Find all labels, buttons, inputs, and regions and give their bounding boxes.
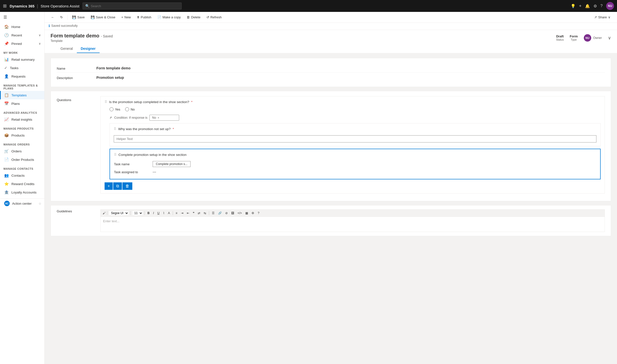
expand-button[interactable]: ∨	[608, 35, 611, 41]
bell-icon[interactable]: 🔔	[585, 4, 590, 8]
hamburger-icon[interactable]: ☰	[0, 12, 44, 23]
waffle-icon[interactable]: ⊞	[3, 3, 7, 9]
question-title-1: ⠿ Is the promotion setup completed in th…	[105, 100, 601, 104]
save-close-button[interactable]: 💾 Save & Close	[88, 14, 118, 21]
font-select[interactable]: Segoe UI	[109, 211, 129, 216]
editor-toolbar: 🖌 Segoe UI 11 B I U	[101, 210, 605, 217]
status-value: Draft	[556, 34, 563, 38]
image-button[interactable]: 🖼	[230, 211, 235, 215]
refresh-label: Refresh	[210, 15, 222, 19]
drag-handle-icon[interactable]: ⠿	[105, 100, 107, 104]
sidebar-item-tasks[interactable]: ✓ Tasks	[0, 64, 44, 72]
italic-button[interactable]: I	[152, 211, 155, 215]
name-value[interactable]: Form template demo	[96, 65, 605, 70]
ltr-button[interactable]: ⇆	[202, 211, 207, 215]
sidebar-item-contacts[interactable]: 👥 Contacts	[0, 171, 44, 180]
sidebar-item-requests[interactable]: 👤 Requests	[0, 72, 44, 81]
radio-yes-icon	[110, 107, 113, 111]
sidebar-item-loyalty-accounts[interactable]: 🏦 Loyalty Accounts	[0, 188, 44, 196]
task-name-button[interactable]: Complete promotion s...	[153, 161, 191, 167]
owner-avatar[interactable]: NU	[584, 34, 591, 42]
code-view-button[interactable]: </>	[236, 211, 243, 215]
rtl-button[interactable]: ⇄	[196, 211, 201, 215]
editor-body[interactable]: Enter text...	[101, 217, 605, 232]
share-button[interactable]: ↗ Share ∨	[592, 14, 613, 21]
sidebar-item-reward-credits[interactable]: ⭐ Reward Credits	[0, 180, 44, 188]
search-input[interactable]	[91, 4, 179, 8]
question-card-1: ⠿ Is the promotion setup completed in th…	[100, 96, 605, 194]
sidebar-item-products[interactable]: 📦 Products	[0, 131, 44, 140]
tab-general[interactable]: General	[56, 45, 77, 53]
sidebar-item-home[interactable]: 🏠 Home	[0, 23, 44, 31]
refresh-page-button[interactable]: ↻	[58, 14, 65, 21]
sidebar-item-action-center[interactable]: AC Action center ◇	[0, 198, 44, 208]
editor-settings-button[interactable]: ⚙	[250, 211, 255, 215]
font-color-button[interactable]: A	[167, 211, 171, 215]
plans-icon: 📅	[4, 101, 9, 106]
cmd-separator-1	[67, 15, 68, 20]
gear-icon[interactable]: ⚙	[593, 4, 597, 8]
refresh-button[interactable]: ↺ Refresh	[204, 14, 224, 21]
align-left-button[interactable]: ≡	[174, 211, 179, 215]
description-value[interactable]: Promotion setup	[96, 75, 605, 80]
section-mywork: My work	[0, 48, 44, 55]
task-name-row: Task name Complete promotion s...	[114, 160, 596, 168]
tab-designer[interactable]: Designer	[77, 45, 100, 53]
form-title-line: Form template demo - Saved	[51, 33, 113, 39]
unlink-button[interactable]: ⊘	[224, 211, 229, 215]
highlight-button[interactable]: ⌇	[162, 211, 166, 215]
radio-no-icon	[125, 107, 129, 111]
size-select[interactable]: 11	[132, 211, 143, 216]
form-title-section: Form template demo - Saved Template	[51, 33, 113, 43]
link-button[interactable]: 🔗	[217, 211, 223, 215]
required-marker-2: *	[173, 127, 174, 131]
recent-icon: 🕐	[4, 33, 9, 37]
sidebar-item-retail-insights[interactable]: 📈 Retail insights	[0, 115, 44, 124]
avatar[interactable]: NU	[606, 2, 614, 10]
status-meta: Draft Status	[556, 34, 564, 41]
sidebar-item-retail-summary[interactable]: 📊 Retail summary	[0, 55, 44, 64]
drag-handle-2-icon[interactable]: ⠿	[114, 127, 116, 131]
plus-icon[interactable]: +	[579, 3, 582, 9]
sidebar-item-pinned[interactable]: 📌 Pinned ∨	[0, 39, 44, 48]
sidebar-item-recent[interactable]: 🕐 Recent ∨	[0, 31, 44, 39]
condition-close-button[interactable]: ×	[158, 116, 159, 119]
task-add-button[interactable]: +	[105, 182, 113, 190]
make-copy-button[interactable]: 📄 Make a copy	[155, 14, 183, 21]
bullets-button[interactable]: ☰	[211, 211, 216, 215]
task-copy-button[interactable]: ⧉	[113, 182, 122, 190]
option-no[interactable]: No	[125, 107, 135, 111]
pin-icon: ◇	[39, 202, 41, 205]
task-delete-button[interactable]: 🗑	[122, 182, 132, 190]
bold-button[interactable]: B	[146, 211, 151, 215]
home-icon: 🏠	[4, 25, 9, 29]
underline-button[interactable]: U	[156, 211, 161, 215]
task-name-label: Task name	[114, 162, 149, 166]
help-icon[interactable]: ?	[600, 4, 603, 8]
lightbulb-icon[interactable]: 💡	[571, 4, 576, 8]
indent-button[interactable]: ⇥	[180, 211, 185, 215]
status-label: Status	[556, 38, 564, 41]
share-label: Share	[598, 15, 607, 19]
outdent-button[interactable]: ⇤	[186, 211, 191, 215]
task-drag-icon[interactable]: ⠿	[114, 153, 116, 157]
nested-question-2: ⠿ Why was the promotion not set up? *	[110, 123, 601, 146]
table-button[interactable]: ▦	[244, 211, 249, 215]
sidebar-item-plans[interactable]: 📅 Plans	[0, 99, 44, 108]
new-icon: +	[121, 15, 123, 19]
option-yes[interactable]: Yes	[110, 107, 120, 111]
sidebar-item-orders[interactable]: 🛒 Orders	[0, 147, 44, 155]
delete-button[interactable]: 🗑 Delete	[184, 14, 203, 21]
search-bar[interactable]: 🔍	[83, 2, 182, 9]
editor-help-button[interactable]: ?	[256, 211, 261, 215]
back-button[interactable]: ←	[49, 14, 57, 21]
sidebar-item-templates[interactable]: 📋 Templates	[0, 91, 44, 99]
sidebar-item-order-products[interactable]: 📄 Order Products	[0, 155, 44, 164]
quote-button[interactable]: ❝	[192, 211, 196, 215]
helper-text-input[interactable]	[114, 135, 596, 142]
save-button[interactable]: 💾 Save	[70, 14, 87, 21]
new-button[interactable]: + New	[119, 14, 133, 21]
saved-badge: - Saved	[101, 34, 113, 38]
make-copy-label: Make a copy	[163, 15, 181, 19]
publish-button[interactable]: ⬆ Publish	[134, 14, 154, 21]
